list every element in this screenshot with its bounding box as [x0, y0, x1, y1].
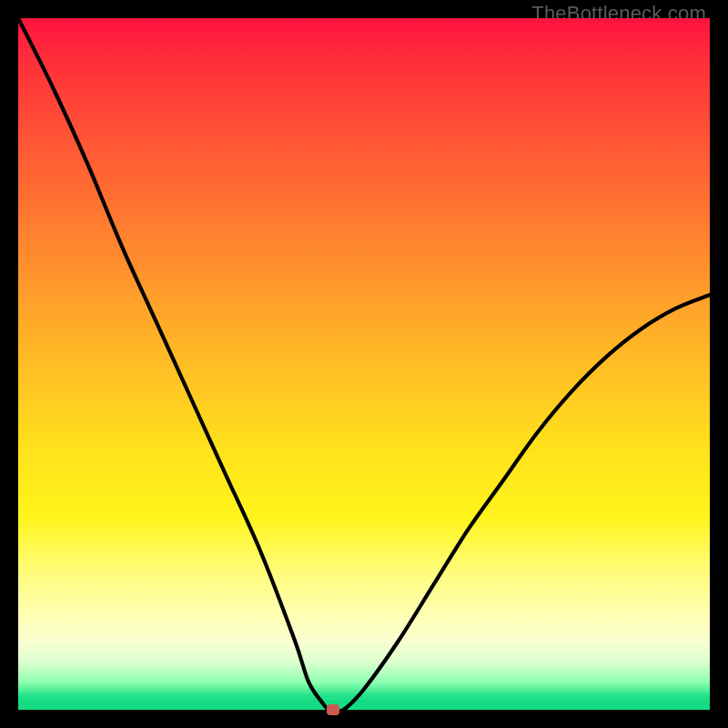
- bottleneck-curve: [18, 18, 710, 710]
- plot-area: [18, 18, 710, 710]
- optimal-point-marker: [327, 704, 339, 715]
- chart-frame: TheBottleneck.com: [0, 0, 728, 728]
